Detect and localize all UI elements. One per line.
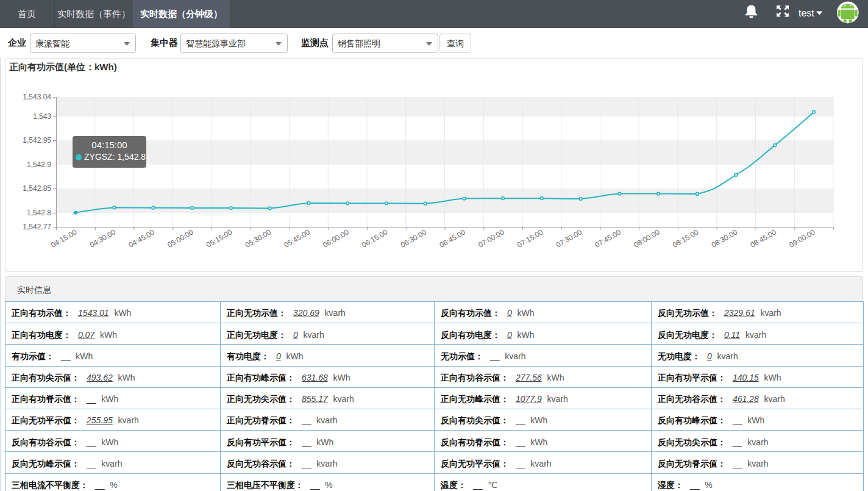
svg-text:1,542.77: 1,542.77 <box>23 223 51 231</box>
svg-text:1,542.85: 1,542.85 <box>23 184 51 193</box>
svg-text:08:45:00: 08:45:00 <box>749 228 778 249</box>
svg-text:04:30:00: 04:30:00 <box>88 228 118 249</box>
svg-text:06:30:00: 06:30:00 <box>399 228 429 249</box>
svg-text:07:45:00: 07:45:00 <box>593 228 622 249</box>
svg-text:1,543.04: 1,543.04 <box>23 93 51 101</box>
svg-text:08:00:00: 08:00:00 <box>632 228 661 249</box>
svg-text:06:15:00: 06:15:00 <box>360 228 390 249</box>
svg-text:07:30:00: 07:30:00 <box>555 228 584 249</box>
svg-text:07:00:00: 07:00:00 <box>477 228 506 249</box>
svg-text:09:00:00: 09:00:00 <box>788 228 817 249</box>
svg-text:04:45:00: 04:45:00 <box>127 228 156 249</box>
svg-text:05:00:00: 05:00:00 <box>166 228 195 249</box>
svg-text:06:45:00: 06:45:00 <box>438 228 467 249</box>
svg-text:test: test <box>799 8 814 18</box>
svg-text:08:30:00: 08:30:00 <box>710 228 739 249</box>
svg-text:05:45:00: 05:45:00 <box>282 228 311 249</box>
svg-text:1,543: 1,543 <box>33 112 51 121</box>
svg-text:1,542.8: 1,542.8 <box>27 209 51 217</box>
svg-text:07:15:00: 07:15:00 <box>516 228 545 249</box>
svg-text:06:00:00: 06:00:00 <box>321 228 350 249</box>
svg-text:05:30:00: 05:30:00 <box>244 228 273 249</box>
svg-text:08:15:00: 08:15:00 <box>671 228 700 249</box>
svg-text:05:15:00: 05:15:00 <box>205 228 234 249</box>
svg-text:04:15:00: 04:15:00 <box>49 228 79 249</box>
svg-text:1,542.95: 1,542.95 <box>23 136 51 145</box>
svg-text:1,542.9: 1,542.9 <box>27 160 51 169</box>
